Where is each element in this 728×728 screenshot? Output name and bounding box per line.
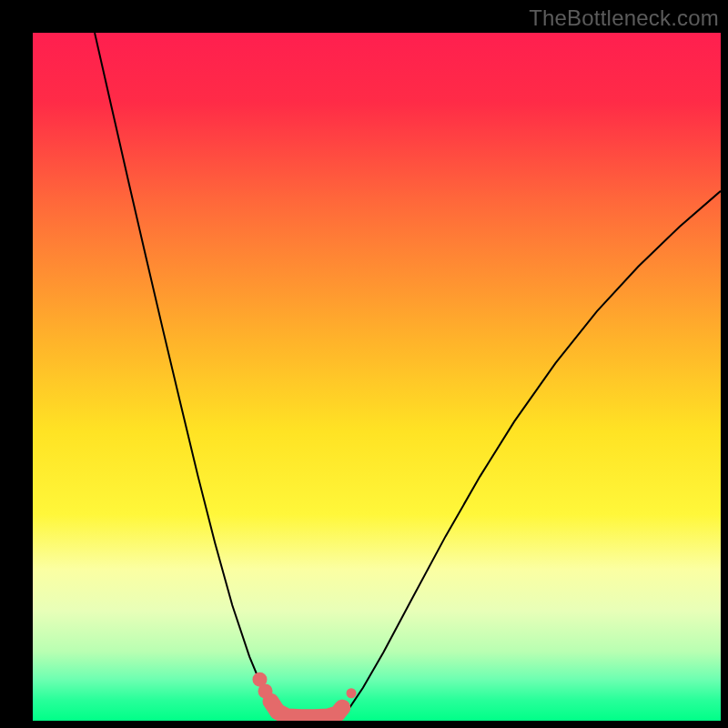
left-curve (95, 33, 282, 716)
svg-point-2 (258, 683, 273, 698)
valley-markers (252, 672, 356, 718)
right-curve (341, 191, 721, 716)
plot-area (33, 33, 721, 721)
chart-frame: TheBottleneck.com (0, 0, 728, 728)
watermark-text: TheBottleneck.com (529, 5, 719, 31)
curves-layer (33, 33, 721, 721)
svg-point-3 (347, 688, 357, 698)
